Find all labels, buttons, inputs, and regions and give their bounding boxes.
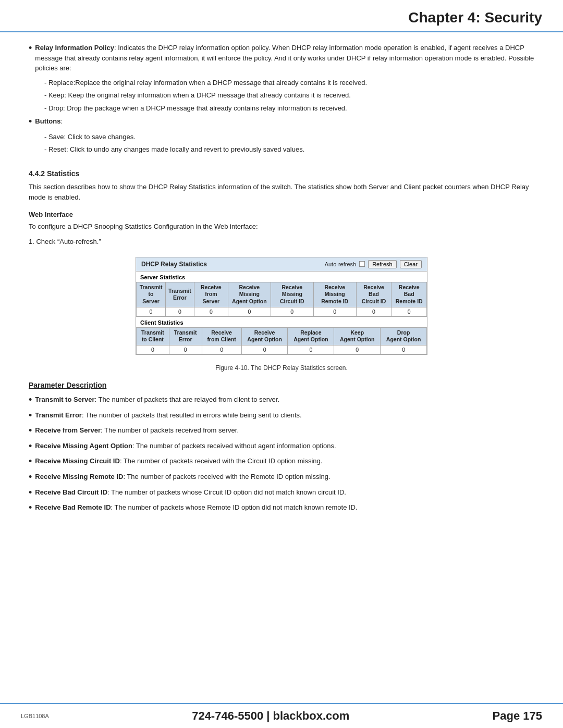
footer-center: 724-746-5500 | blackbox.com bbox=[192, 709, 349, 723]
client-col-header: ReceiveAgent Option bbox=[241, 327, 288, 345]
client-col-value: 0 bbox=[137, 345, 169, 354]
param-bullet: •Receive from Server: The number of pack… bbox=[29, 425, 534, 437]
server-col-header: Receive BadRemote ID bbox=[391, 282, 427, 307]
dash-item-reset: - Reset: Click to undo any changes made … bbox=[44, 144, 534, 155]
section-442-heading: 4.4.2 Statistics bbox=[29, 169, 534, 178]
dash-item-drop: - Drop: Drop the package when a DHCP mes… bbox=[44, 103, 534, 114]
footer-left: LGB1108A bbox=[21, 713, 49, 719]
bullet-dot: • bbox=[29, 410, 32, 422]
ss-controls: Auto-refresh Refresh Clear bbox=[325, 260, 422, 268]
param-text: Receive Bad Remote ID: The number of pac… bbox=[35, 502, 534, 514]
dash-item-save: - Save: Click to save changes. bbox=[44, 132, 534, 142]
page-title: Chapter 4: Security bbox=[21, 9, 542, 26]
param-list: •Transmit to Server: The number of packe… bbox=[29, 394, 534, 514]
dash-item-replace: - Replace:Replace the original relay inf… bbox=[44, 78, 534, 88]
web-interface-heading: Web Interface bbox=[29, 211, 534, 218]
server-stats-table: Transmitto ServerTransmitErrorReceivefro… bbox=[136, 282, 427, 316]
server-col-value: 0 bbox=[356, 307, 391, 316]
client-header-row: Transmitto ClientTransmitErrorReceivefro… bbox=[137, 327, 427, 345]
ss-title-bar: DHCP Relay Statistics Auto-refresh Refre… bbox=[136, 257, 427, 272]
param-text: Receive Bad Circuit ID: The number of pa… bbox=[35, 487, 534, 499]
relay-policy-heading: Relay Information Policy bbox=[35, 44, 114, 52]
relay-policy-bullet: • Relay Information Policy: Indicates th… bbox=[29, 43, 534, 73]
server-col-header: Transmitto Server bbox=[137, 282, 166, 307]
param-bullet: •Transmit to Server: The number of packe… bbox=[29, 394, 534, 406]
buttons-heading-text: Buttons: bbox=[35, 116, 534, 128]
bullet-dot: • bbox=[29, 441, 32, 452]
server-col-header: Receive MissingAgent Option bbox=[228, 282, 271, 307]
section-442-para: This section describes how to show the D… bbox=[29, 182, 534, 204]
bullet-dot-2: • bbox=[29, 116, 32, 128]
server-col-value: 0 bbox=[391, 307, 427, 316]
param-bullet: •Receive Bad Circuit ID: The number of p… bbox=[29, 487, 534, 499]
param-text: Transmit to Server: The number of packet… bbox=[35, 394, 534, 406]
server-col-header: Receive MissingRemote ID bbox=[313, 282, 356, 307]
param-desc-heading: Parameter Description bbox=[29, 381, 534, 389]
client-col-header: TransmitError bbox=[169, 327, 202, 345]
dash-item-keep: - Keep: Keep the original relay informat… bbox=[44, 90, 534, 101]
client-value-row: 0000000 bbox=[137, 345, 427, 354]
param-bullet: •Receive Missing Circuit ID: The number … bbox=[29, 456, 534, 467]
main-content: • Relay Information Policy: Indicates th… bbox=[0, 32, 563, 560]
buttons-heading: Buttons bbox=[35, 117, 60, 125]
server-col-header: TransmitError bbox=[166, 282, 194, 307]
relay-policy-text: Relay Information Policy: Indicates the … bbox=[35, 43, 534, 73]
refresh-button[interactable]: Refresh bbox=[368, 260, 397, 268]
page-footer: LGB1108A 724-746-5500 | blackbox.com Pag… bbox=[0, 703, 563, 728]
bullet-dot: • bbox=[29, 456, 32, 467]
param-text: Receive from Server: The number of packe… bbox=[35, 425, 534, 437]
client-col-value: 0 bbox=[381, 345, 427, 354]
client-col-value: 0 bbox=[202, 345, 241, 354]
web-interface-para: To configure a DHCP Snooping Statistics … bbox=[29, 221, 534, 232]
client-col-header: KeepAgent Option bbox=[334, 327, 381, 345]
client-col-value: 0 bbox=[288, 345, 334, 354]
param-text: Transmit Error: The number of packets th… bbox=[35, 410, 534, 422]
client-col-header: Transmitto Client bbox=[137, 327, 169, 345]
client-col-value: 0 bbox=[334, 345, 381, 354]
server-col-value: 0 bbox=[137, 307, 166, 316]
footer-right: Page 175 bbox=[493, 709, 542, 723]
client-stats-table: Transmitto ClientTransmitErrorReceivefro… bbox=[136, 327, 427, 354]
server-col-header: Receive MissingCircuit ID bbox=[271, 282, 313, 307]
param-text: Receive Missing Remote ID: The number of… bbox=[35, 472, 534, 483]
param-text: Receive Missing Circuit ID: The number o… bbox=[35, 456, 534, 467]
bullet-dot: • bbox=[29, 43, 32, 73]
bullet-dot: • bbox=[29, 487, 32, 499]
step1-text: 1. Check “Auto-refresh.” bbox=[29, 237, 534, 248]
server-col-value: 0 bbox=[166, 307, 194, 316]
server-col-value: 0 bbox=[194, 307, 228, 316]
server-col-value: 0 bbox=[313, 307, 356, 316]
buttons-dash-list: - Save: Click to save changes. - Reset: … bbox=[44, 132, 534, 155]
client-col-value: 0 bbox=[169, 345, 202, 354]
bullet-dot: • bbox=[29, 502, 32, 514]
dhcp-relay-statistics-screenshot: DHCP Relay Statistics Auto-refresh Refre… bbox=[136, 257, 427, 355]
param-bullet: •Receive Missing Agent Option: The numbe… bbox=[29, 441, 534, 452]
client-col-value: 0 bbox=[241, 345, 288, 354]
relay-dash-list: - Replace:Replace the original relay inf… bbox=[44, 78, 534, 114]
client-col-header: DropAgent Option bbox=[381, 327, 427, 345]
server-col-header: Receive BadCircuit ID bbox=[356, 282, 391, 307]
clear-button[interactable]: Clear bbox=[400, 260, 422, 268]
server-value-row: 00000000 bbox=[137, 307, 427, 316]
bullet-dot: • bbox=[29, 425, 32, 437]
client-col-header: ReplaceAgent Option bbox=[288, 327, 334, 345]
client-col-header: Receivefrom Client bbox=[202, 327, 241, 345]
bullet-dot: • bbox=[29, 394, 32, 406]
buttons-bullet: • Buttons: bbox=[29, 116, 534, 128]
param-bullet: •Transmit Error: The number of packets t… bbox=[29, 410, 534, 422]
server-col-value: 0 bbox=[228, 307, 271, 316]
server-header-row: Transmitto ServerTransmitErrorReceivefro… bbox=[137, 282, 427, 307]
auto-refresh-label: Auto-refresh bbox=[325, 261, 357, 267]
server-stats-label: Server Statistics bbox=[136, 272, 427, 282]
param-bullet: •Receive Bad Remote ID: The number of pa… bbox=[29, 502, 534, 514]
client-stats-label: Client Statistics bbox=[136, 317, 427, 327]
page-header: Chapter 4: Security bbox=[0, 0, 563, 32]
param-bullet: •Receive Missing Remote ID: The number o… bbox=[29, 472, 534, 483]
ss-title: DHCP Relay Statistics bbox=[141, 261, 207, 268]
server-col-header: Receivefrom Server bbox=[194, 282, 228, 307]
bullet-dot: • bbox=[29, 472, 32, 483]
server-col-value: 0 bbox=[271, 307, 313, 316]
param-text: Receive Missing Agent Option: The number… bbox=[35, 441, 534, 452]
auto-refresh-checkbox[interactable] bbox=[359, 261, 365, 267]
screenshot-caption: Figure 4-10. The DHCP Relay Statistics s… bbox=[29, 364, 534, 372]
